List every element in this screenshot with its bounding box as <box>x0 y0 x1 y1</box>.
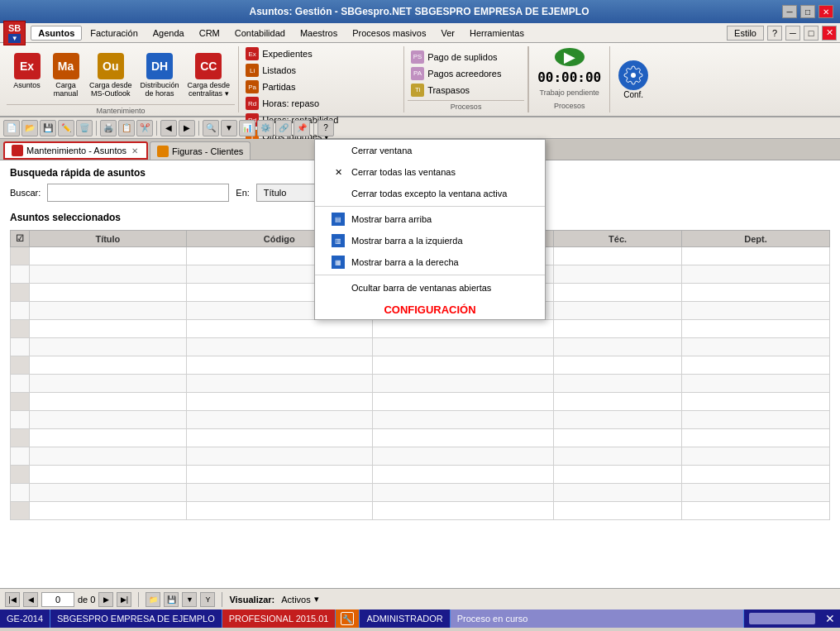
tool-chart[interactable]: 📊 <box>239 120 255 136</box>
ctx-ocultar-icon <box>332 281 345 294</box>
tool-save[interactable]: 💾 <box>40 120 56 136</box>
tool-cut[interactable]: ✂️ <box>136 120 153 136</box>
tool-print[interactable]: 🖨️ <box>100 120 117 136</box>
ctx-mostrar-arriba[interactable]: ▤ Mostrar barra arriba <box>315 208 545 230</box>
tool-new[interactable]: 📄 <box>3 120 20 136</box>
restore-button[interactable]: □ <box>800 5 815 18</box>
ctx-sep-2 <box>315 275 545 275</box>
nav-next[interactable]: ▶ <box>98 592 113 607</box>
ribbon-traspasos[interactable]: Ti Traspasos <box>408 83 524 98</box>
ma-icon: Ma <box>53 53 79 79</box>
toolbar: 📄 📂 💾 ✏️ 🗑️ 🖨️ 📋 ✂️ ◀ ▶ 🔍 ▼ 📊 ⚙️ 🔗 📌 ? <box>0 117 840 139</box>
timer-play-button[interactable]: ▶ <box>555 48 585 66</box>
ctx-cerrar-todas[interactable]: ✕ Cerrar todas las ventanas <box>315 161 545 183</box>
dh-icon: DH <box>146 53 173 79</box>
conf-icon <box>618 60 648 90</box>
app-title: Asuntos: Gestión - SBGespro.NET SBGESPRO… <box>250 6 589 17</box>
status-support-icon[interactable]: 🔧 <box>336 609 360 628</box>
tool-clipboard[interactable]: 📋 <box>118 120 135 136</box>
table-row <box>11 447 830 466</box>
nav-filter[interactable]: ▼ <box>182 592 197 607</box>
status-user: ADMINISTRADOR <box>360 609 450 628</box>
tool-link[interactable]: 🔗 <box>275 120 292 136</box>
ctx-cerrar-ventana-icon <box>332 144 345 157</box>
nav-last[interactable]: ▶| <box>117 592 131 607</box>
tab-figuras[interactable]: Figuras - Clientes <box>150 141 251 160</box>
ctx-mostrar-derecha[interactable]: ▦ Mostrar barra a la derecha <box>315 251 545 273</box>
ribbon-listados[interactable]: Li Listados <box>242 63 400 78</box>
expedientes-icon: Ex <box>246 47 259 60</box>
ribbon-pago-suplidos[interactable]: PS Pago de suplidos <box>408 50 524 65</box>
bottom-bar: |◀ ◀ de 0 ▶ ▶| 📁 💾 ▼ Y Visualizar: Activ… <box>0 588 840 609</box>
table-row <box>11 411 830 429</box>
tool-forward[interactable]: ▶ <box>179 120 195 136</box>
tool-sep-2 <box>156 121 157 136</box>
estilo-button[interactable]: Estilo <box>727 26 764 41</box>
ribbon-btn-carga-manual[interactable]: Ma Carga manual <box>47 50 84 101</box>
tool-back[interactable]: ◀ <box>160 120 177 136</box>
ctx-mostrar-izq-icon: ▥ <box>332 234 345 247</box>
svg-point-0 <box>631 73 636 78</box>
menu-crm[interactable]: CRM <box>193 26 227 40</box>
nav-save[interactable]: 💾 <box>164 592 179 607</box>
col-tec: Téc. <box>554 231 682 247</box>
ribbon-btn-asuntos[interactable]: Ex Asuntos <box>8 50 45 93</box>
conf-button[interactable]: Conf. <box>609 46 656 112</box>
search-input[interactable] <box>47 184 229 202</box>
ctx-ocultar-barra[interactable]: Ocultar barra de ventanas abiertas <box>315 277 545 299</box>
menu-restore-button[interactable]: □ <box>804 26 819 41</box>
menu-herramientas[interactable]: Herramientas <box>463 26 531 40</box>
close-button[interactable]: ✕ <box>819 5 833 18</box>
tool-open[interactable]: 📂 <box>21 120 38 136</box>
ribbon-group-mantenimiento: Ex Asuntos Ma Carga manual Ou Carga desd… <box>3 46 239 112</box>
listados-icon: Li <box>246 64 259 77</box>
table-row <box>11 502 830 520</box>
tab-mantenimiento[interactable]: Mantenimiento - Asuntos ✕ <box>3 141 148 160</box>
ctx-mostrar-izquierda[interactable]: ▥ Mostrar barra a la izquierda <box>315 230 545 251</box>
menu-agenda[interactable]: Agenda <box>146 26 191 40</box>
ctx-cerrar-excepto[interactable]: Cerrar todas excepto la ventana activa <box>315 183 545 204</box>
tool-search[interactable]: 🔍 <box>203 120 219 136</box>
menu-asuntos[interactable]: Asuntos <box>31 26 82 41</box>
menu-maestros[interactable]: Maestros <box>294 26 344 40</box>
page-input[interactable] <box>41 592 74 607</box>
tool-settings[interactable]: ⚙️ <box>257 120 274 136</box>
ctx-cerrar-todas-icon: ✕ <box>332 165 345 179</box>
menu-contabilidad[interactable]: Contabilidad <box>228 26 292 40</box>
ribbon-pagos-acr[interactable]: PA Pagos acreedores <box>408 66 524 81</box>
tool-help[interactable]: ? <box>317 120 334 136</box>
tool-flag[interactable]: 📌 <box>294 120 310 136</box>
ribbon-btn-carga-outlook[interactable]: Ou Carga desde MS-Outlook <box>86 50 136 101</box>
status-close-button[interactable]: ✕ <box>820 612 840 625</box>
bottom-sep-2 <box>222 592 222 607</box>
traspasos-icon: Ti <box>411 84 424 97</box>
table-row <box>11 338 830 356</box>
conf-label: Conf. <box>623 90 643 99</box>
menu-ver[interactable]: Ver <box>434 26 461 40</box>
tool-delete[interactable]: 🗑️ <box>76 120 93 136</box>
help-button[interactable]: ? <box>767 26 782 41</box>
tool-filter[interactable]: ▼ <box>221 120 237 136</box>
nav-folder[interactable]: 📁 <box>146 592 160 607</box>
menu-settings-button[interactable]: ─ <box>785 26 800 41</box>
ribbon-expedientes[interactable]: Ex Expedientes <box>242 46 400 61</box>
col-titulo: Título <box>30 231 187 247</box>
ribbon-btn-carga-centralitas[interactable]: CC Carga desde centralitas ▾ <box>184 50 234 101</box>
col-check: ☑ <box>11 231 30 247</box>
ctx-cerrar-ventana[interactable]: Cerrar ventana <box>315 140 545 161</box>
ex-icon: Ex <box>14 53 41 79</box>
menu-facturacion[interactable]: Facturación <box>84 26 144 40</box>
table-row <box>11 429 830 447</box>
menu-procesos-masivos[interactable]: Procesos masivos <box>346 26 432 40</box>
tool-edit[interactable]: ✏️ <box>58 120 74 136</box>
ribbon-horas-repaso[interactable]: Rd Horas: repaso <box>242 96 400 111</box>
nav-first[interactable]: |◀ <box>5 592 20 607</box>
pagos-acr-icon: PA <box>411 67 424 80</box>
tab-mantenimiento-close[interactable]: ✕ <box>130 146 140 155</box>
nav-funnel[interactable]: Y <box>200 592 215 607</box>
ribbon-partidas[interactable]: Pa Partidas <box>242 79 400 94</box>
menu-close-button[interactable]: ✕ <box>822 26 837 41</box>
ribbon-btn-distribucion[interactable]: DH Distribución de horas <box>137 50 183 101</box>
minimize-button[interactable]: ─ <box>782 5 797 18</box>
nav-prev[interactable]: ◀ <box>23 592 38 607</box>
